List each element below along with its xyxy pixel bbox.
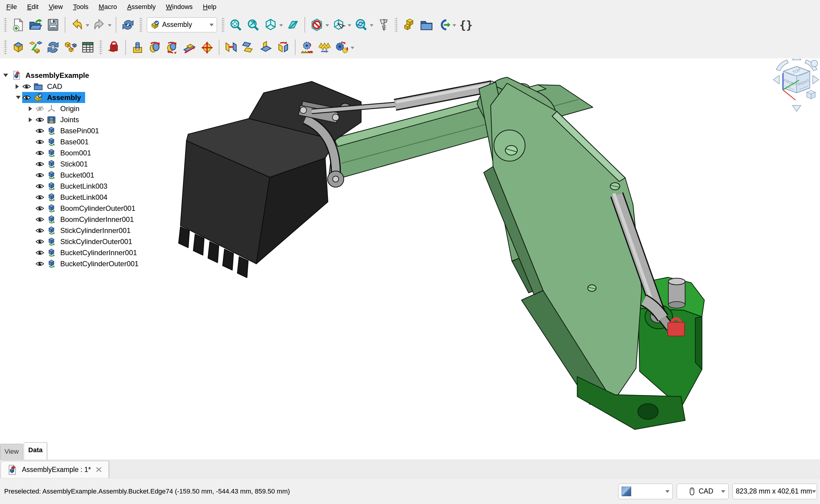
- menu-file[interactable]: File: [1, 1, 22, 13]
- new-document-button[interactable]: [10, 16, 27, 34]
- tree-row-part[interactable]: StickCylinderOuter001: [0, 236, 150, 247]
- visibility-eye-icon[interactable]: [35, 171, 44, 180]
- undo-button[interactable]: [68, 16, 86, 34]
- joint-screw-button[interactable]: [316, 39, 333, 56]
- tab-data[interactable]: Data: [24, 442, 47, 460]
- axonometric-view-button[interactable]: [262, 16, 279, 34]
- section-view-button[interactable]: [284, 16, 302, 34]
- visibility-eye-icon[interactable]: [35, 126, 44, 135]
- tree-row-part[interactable]: BasePin001: [0, 125, 150, 136]
- refresh-button[interactable]: [119, 16, 137, 34]
- navigation-style-select[interactable]: CAD: [677, 484, 729, 499]
- tree-row-part[interactable]: Bucket001: [0, 169, 150, 181]
- joint-gears-button[interactable]: [333, 39, 351, 56]
- navcube-top-view-circle[interactable]: [811, 60, 818, 67]
- toggle-grounded-button[interactable]: [105, 39, 122, 56]
- box-selection-button[interactable]: [330, 16, 348, 34]
- undo-dropdown-arrow[interactable]: [86, 24, 89, 28]
- link-dropdown-arrow[interactable]: [453, 24, 456, 28]
- tree-row-part[interactable]: Boom001: [0, 147, 150, 158]
- joint-rack-pinion-button[interactable]: [299, 39, 316, 56]
- navcube-mini-cube[interactable]: [807, 90, 815, 99]
- create-group-button[interactable]: [418, 16, 435, 34]
- navcube-left-arrow[interactable]: [773, 75, 779, 84]
- toolbar-grip[interactable]: [139, 18, 142, 32]
- tree-row-joints[interactable]: Joints: [0, 114, 150, 125]
- close-icon[interactable]: ✕: [95, 465, 102, 475]
- create-part-button[interactable]: [400, 16, 418, 34]
- menu-tools[interactable]: Tools: [68, 1, 93, 13]
- boom-model[interactable]: [479, 82, 642, 404]
- joint-cylindrical-button[interactable]: [164, 39, 181, 56]
- visibility-eye-icon[interactable]: [35, 182, 44, 191]
- redo-button[interactable]: [90, 16, 108, 34]
- tree-row-part[interactable]: BoomCylinderInner001: [0, 214, 150, 225]
- visibility-eye-icon[interactable]: [35, 259, 44, 268]
- tree-row-cad[interactable]: CAD: [0, 81, 150, 92]
- expand-arrow[interactable]: [28, 106, 35, 111]
- selection-filter-button[interactable]: [308, 16, 326, 34]
- toolbar-grip[interactable]: [222, 18, 225, 32]
- tree-row-part[interactable]: Base001: [0, 136, 150, 147]
- joint-revolute-button[interactable]: [146, 39, 164, 56]
- menu-edit[interactable]: Edit: [22, 1, 43, 13]
- toolbar-grip[interactable]: [4, 40, 7, 54]
- stick-pivot-lug[interactable]: [494, 130, 525, 161]
- document-tab[interactable]: AssemblyExample : 1* ✕: [1, 461, 109, 478]
- make-link-button[interactable]: [435, 16, 453, 34]
- joint-distance-button[interactable]: [223, 39, 240, 56]
- sync-view-button[interactable]: [353, 16, 370, 34]
- navcube-right-side-arrow[interactable]: [813, 75, 819, 84]
- expand-arrow[interactable]: [14, 84, 22, 89]
- redo-dropdown-arrow[interactable]: [108, 24, 111, 28]
- insert-component-button[interactable]: [27, 39, 44, 56]
- visibility-eye-icon[interactable]: [22, 82, 31, 91]
- viewport-dimensions-select[interactable]: 823,28 mm x 402,61 mm: [733, 484, 817, 499]
- box-selection-dropdown-arrow[interactable]: [348, 24, 351, 28]
- visibility-eye-off-icon[interactable]: [35, 104, 44, 113]
- tree-row-part[interactable]: BucketLink004: [0, 192, 150, 203]
- navcube-down-arrow[interactable]: [792, 105, 801, 111]
- visibility-eye-icon[interactable]: [22, 93, 31, 102]
- tree-row-assembly[interactable]: Assembly: [0, 92, 150, 103]
- visibility-eye-icon[interactable]: [35, 149, 44, 158]
- base-pin-model[interactable]: [668, 278, 685, 308]
- visibility-eye-icon[interactable]: [35, 160, 44, 169]
- expand-arrow[interactable]: [28, 117, 35, 122]
- tree-row-part[interactable]: BucketCylinderInner001: [0, 247, 150, 258]
- tree-row-part[interactable]: Stick001: [0, 158, 150, 169]
- view-dropdown-arrow[interactable]: [279, 24, 283, 28]
- visibility-eye-icon[interactable]: [35, 193, 44, 202]
- menu-assembly[interactable]: Assembly: [122, 1, 161, 13]
- create-varset-button[interactable]: [457, 16, 475, 34]
- visibility-eye-icon[interactable]: [35, 137, 44, 146]
- solve-assembly-button[interactable]: [44, 39, 62, 56]
- tree-row-part[interactable]: StickCylinderInner001: [0, 225, 150, 236]
- visibility-eye-icon[interactable]: [35, 115, 44, 124]
- menu-macro[interactable]: Macro: [93, 1, 122, 13]
- joint-slider-button[interactable]: [181, 39, 198, 56]
- selection-filter-dropdown-arrow[interactable]: [326, 24, 329, 28]
- visibility-eye-icon[interactable]: [35, 215, 44, 224]
- create-assembly-button[interactable]: [10, 39, 27, 56]
- expand-arrow[interactable]: [2, 71, 10, 79]
- navcube-rotate-left-arrow[interactable]: [776, 60, 788, 71]
- tree-row-document[interactable]: AssemblyExample: [0, 70, 150, 81]
- tab-view[interactable]: View: [0, 444, 23, 460]
- visibility-eye-icon[interactable]: [35, 237, 44, 246]
- tree-row-part[interactable]: BucketCylinderOuter001: [0, 258, 150, 269]
- visibility-eye-icon[interactable]: [35, 248, 44, 257]
- measure-button[interactable]: [375, 16, 392, 34]
- navcube-up-arrow[interactable]: [792, 58, 801, 60]
- expand-arrow[interactable]: [14, 93, 22, 102]
- toolbar-grip[interactable]: [4, 18, 7, 32]
- joint-parallel-button[interactable]: [240, 39, 257, 56]
- menu-help[interactable]: Help: [198, 1, 222, 13]
- visibility-eye-icon[interactable]: [35, 204, 44, 213]
- fit-all-button[interactable]: [227, 16, 245, 34]
- joint-angle-button[interactable]: [275, 39, 292, 56]
- tree-row-part[interactable]: BucketLink003: [0, 181, 150, 192]
- toolbar-grip[interactable]: [99, 40, 102, 54]
- tree-row-part[interactable]: BoomCylinderOuter001: [0, 203, 150, 214]
- menu-view[interactable]: View: [43, 1, 68, 13]
